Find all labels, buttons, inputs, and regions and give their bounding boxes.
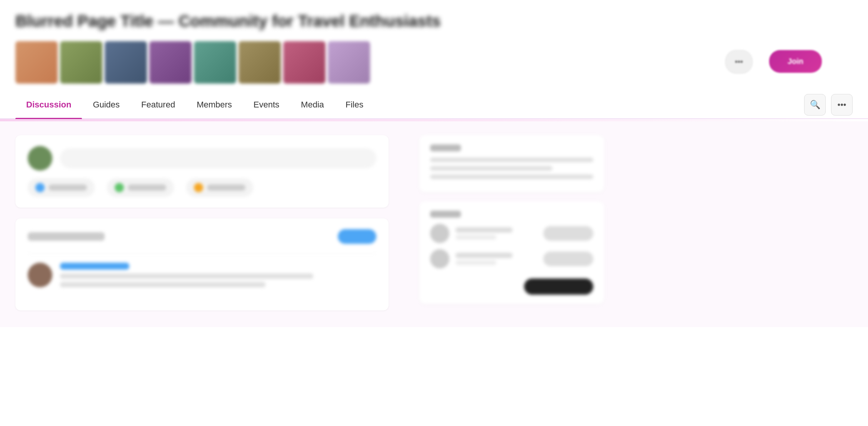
cover-image <box>15 41 58 84</box>
search-icon: 🔍 <box>810 100 820 110</box>
action-label-3 <box>207 184 245 191</box>
sidebar-line <box>430 158 593 162</box>
search-button[interactable]: 🔍 <box>804 94 826 116</box>
action-icon-blue <box>35 183 45 192</box>
follow-button[interactable] <box>543 226 593 241</box>
cover-image <box>105 41 147 84</box>
sidebar-info-card <box>419 135 604 192</box>
main-content <box>0 121 868 327</box>
composer-top <box>28 146 376 171</box>
tab-discussion[interactable]: Discussion <box>15 91 82 118</box>
more-tab-button[interactable]: ••• <box>831 94 853 116</box>
posts-header <box>28 229 376 244</box>
tab-events[interactable]: Events <box>243 91 290 118</box>
left-panel <box>0 121 404 327</box>
action-label-1 <box>48 184 87 191</box>
sidebar-member-item <box>430 249 593 268</box>
right-sidebar <box>404 121 619 327</box>
ellipsis-icon: ••• <box>837 100 846 110</box>
member-info <box>456 253 537 265</box>
tab-guides[interactable]: Guides <box>82 91 130 118</box>
action-icon-orange <box>194 183 203 192</box>
sidebar-line <box>430 174 593 179</box>
join-button[interactable]: Join <box>769 50 822 73</box>
action-button-3[interactable] <box>186 178 253 197</box>
composer-actions <box>28 178 376 197</box>
member-avatar <box>430 224 449 243</box>
posts-section-title <box>28 232 105 241</box>
member-subtitle <box>456 260 496 265</box>
sidebar-line <box>430 166 553 171</box>
tab-media[interactable]: Media <box>290 91 335 118</box>
follow-button[interactable] <box>543 252 593 266</box>
cover-image <box>283 41 326 84</box>
post-text-line <box>60 273 313 279</box>
user-avatar <box>28 146 52 171</box>
member-subtitle <box>456 235 496 240</box>
sidebar-members-card <box>419 201 604 304</box>
composer-input-placeholder[interactable] <box>60 148 376 168</box>
tab-featured[interactable]: Featured <box>130 91 186 118</box>
member-avatar <box>430 249 449 268</box>
member-name <box>456 227 512 233</box>
sidebar-member-item <box>430 224 593 243</box>
see-all-members-button[interactable] <box>524 278 593 295</box>
tab-navigation: Discussion Guides Featured Members Event… <box>0 91 868 119</box>
post-item <box>28 253 376 300</box>
action-icon-green <box>115 183 124 192</box>
tab-files[interactable]: Files <box>335 91 374 118</box>
cover-image <box>149 41 192 84</box>
sidebar-info-title <box>430 144 461 151</box>
post-text-line <box>60 282 265 287</box>
post-author-name <box>60 263 129 270</box>
post-author-avatar <box>28 263 52 287</box>
action-button-1[interactable] <box>28 178 95 197</box>
action-label-2 <box>128 184 166 191</box>
cover-image <box>60 41 102 84</box>
more-options-button[interactable]: ••• <box>725 50 753 74</box>
action-button-2[interactable] <box>107 178 174 197</box>
tab-members[interactable]: Members <box>186 91 243 118</box>
sidebar-members-title <box>430 211 461 218</box>
header-section: Blurred Page Title — Community for Trave… <box>0 0 868 91</box>
member-info <box>456 227 537 240</box>
post-composer <box>15 135 389 208</box>
cover-image <box>328 41 370 84</box>
cover-image <box>239 41 281 84</box>
page-title: Blurred Page Title — Community for Trave… <box>15 11 853 32</box>
posts-section <box>15 218 389 310</box>
new-post-button[interactable] <box>338 229 376 244</box>
member-name <box>456 253 512 258</box>
cover-image <box>194 41 236 84</box>
post-content <box>60 263 376 290</box>
